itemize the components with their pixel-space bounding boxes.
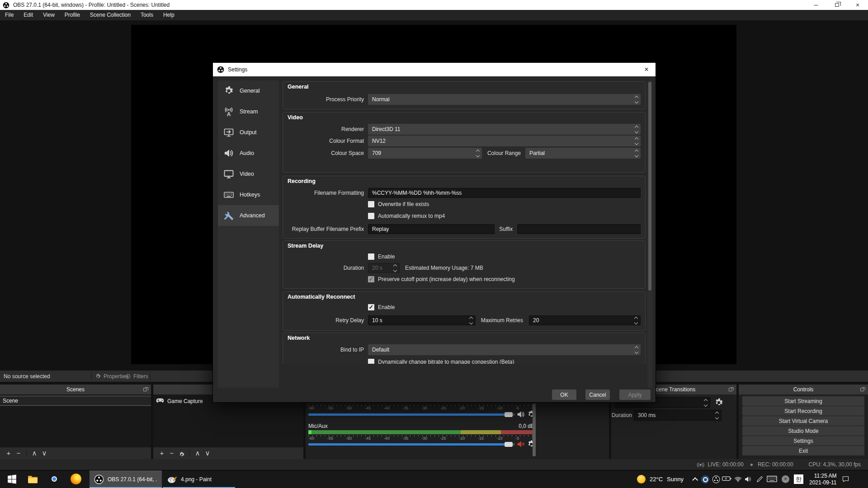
restore-button[interactable] (826, 0, 847, 10)
remux-checkbox[interactable] (368, 213, 374, 219)
menu-edit[interactable]: Edit (19, 10, 38, 20)
scene-list-item[interactable]: Scene (0, 396, 151, 406)
studio-mode-button[interactable]: Studio Mode (742, 426, 864, 436)
spinner-icon[interactable] (470, 316, 472, 325)
start-virtual-camera-button[interactable]: Start Virtual Camera (742, 416, 864, 426)
spinner-icon[interactable] (394, 263, 396, 272)
weather-widget[interactable]: 22°C Sunny (637, 470, 684, 488)
delay-enable-checkbox[interactable] (368, 253, 374, 260)
spinner-icon[interactable] (635, 344, 638, 355)
volume-icon[interactable] (744, 470, 752, 488)
gear-icon[interactable] (714, 398, 724, 408)
menu-tools[interactable]: Tools (136, 10, 158, 20)
sidebar-item-stream[interactable]: A Stream (218, 101, 279, 122)
menu-file[interactable]: File (0, 10, 19, 20)
slider-handle[interactable] (505, 412, 513, 417)
spinner-icon[interactable] (704, 398, 707, 408)
apply-button[interactable]: Apply (619, 389, 651, 400)
spinner-icon[interactable] (716, 410, 718, 420)
process-priority-select[interactable]: Normal (368, 94, 641, 105)
suffix-input[interactable] (517, 224, 641, 234)
cancel-button[interactable]: Cancel (585, 389, 610, 400)
start-streaming-button[interactable]: Start Streaming (742, 396, 864, 406)
scene-up-button[interactable]: ∧ (29, 447, 39, 459)
mixer-scrollbar[interactable] (533, 404, 536, 456)
menu-scene-collection[interactable]: Scene Collection (85, 10, 136, 20)
popout-icon[interactable] (860, 386, 866, 392)
source-up-button[interactable]: ∧ (193, 447, 203, 459)
bind-ip-select[interactable]: Default (368, 344, 641, 355)
menu-profile[interactable]: Profile (60, 10, 85, 20)
mute-icon[interactable] (516, 440, 525, 449)
sidebar-item-video[interactable]: Video (218, 164, 279, 184)
clock[interactable]: 11:25 AM 2021-09-11 (809, 470, 837, 488)
add-scene-button[interactable]: + (4, 447, 14, 459)
tray-expand-button[interactable] (692, 470, 696, 488)
dialog-close-button[interactable]: × (637, 63, 656, 76)
filters-button[interactable]: Filters (125, 371, 148, 382)
properties-button[interactable]: Properties (95, 371, 128, 382)
menu-view[interactable]: View (38, 10, 60, 20)
popout-icon[interactable] (143, 386, 149, 392)
start-button[interactable] (6, 474, 18, 485)
overwrite-checkbox[interactable] (368, 201, 374, 207)
firefox-icon[interactable] (71, 474, 81, 484)
volume-slider[interactable] (308, 413, 515, 416)
steam-tray-icon[interactable] (701, 470, 709, 488)
spinner-icon[interactable] (635, 316, 637, 325)
retry-delay-spinbox[interactable]: 10 s (368, 315, 476, 325)
colour-space-select[interactable]: 709 (368, 148, 482, 159)
source-properties-button[interactable] (177, 449, 187, 458)
spinner-icon[interactable] (635, 124, 638, 135)
slider-handle[interactable] (505, 442, 513, 447)
remove-scene-button[interactable]: − (14, 447, 24, 459)
source-down-button[interactable]: ∨ (203, 447, 212, 459)
popout-icon[interactable] (728, 386, 734, 392)
remove-source-button[interactable]: − (167, 447, 177, 459)
preserve-cutoff-checkbox[interactable] (368, 276, 374, 282)
spinner-icon[interactable] (635, 148, 638, 159)
close-button[interactable]: × (847, 0, 868, 10)
wifi-icon[interactable] (734, 470, 742, 488)
delay-duration-spinbox[interactable]: 20 s (368, 263, 400, 273)
exit-button[interactable]: Exit (742, 446, 864, 455)
obs-tray-icon[interactable] (712, 470, 720, 488)
sidebar-item-advanced[interactable]: Advanced (218, 205, 279, 226)
battery-icon[interactable] (722, 470, 731, 488)
scrollbar-thumb[interactable] (648, 82, 651, 291)
action-center-button[interactable] (842, 470, 849, 488)
duration-spinbox[interactable]: 300 ms (634, 410, 722, 421)
menu-help[interactable]: Help (158, 10, 179, 20)
spinner-icon[interactable] (635, 94, 638, 105)
dialog-scrollbar[interactable] (647, 80, 652, 388)
sidebar-item-output[interactable]: Output (218, 122, 279, 143)
ime-indicator[interactable]: 한 (794, 470, 803, 488)
reconnect-enable-checkbox[interactable] (368, 304, 374, 310)
ok-button[interactable]: OK (552, 389, 576, 400)
renderer-select[interactable]: Direct3D 11 (368, 124, 641, 135)
replay-prefix-input[interactable]: Replay (368, 224, 495, 234)
filename-formatting-input[interactable]: %CCYY-%MM-%DD %hh-%mm-%ss (368, 188, 641, 198)
colour-range-select[interactable]: Partial (525, 148, 641, 159)
taskbar-obs-window[interactable]: OBS 27.0.1 (64-bit, ... (90, 470, 162, 488)
sidebar-item-audio[interactable]: Audio (218, 143, 279, 164)
start-recording-button[interactable]: Start Recording (742, 406, 864, 416)
minimize-button[interactable] (806, 0, 826, 10)
settings-button[interactable]: Settings (742, 436, 864, 446)
mic-volume-slider[interactable] (308, 443, 515, 446)
cancel-circle-icon[interactable]: × (782, 470, 789, 488)
file-explorer-icon[interactable] (27, 474, 38, 485)
scene-down-button[interactable]: ∨ (39, 447, 49, 459)
colour-format-select[interactable]: NV12 (368, 136, 641, 146)
speaker-icon[interactable] (516, 410, 525, 419)
max-retries-spinbox[interactable]: 20 (529, 315, 641, 325)
spinner-icon[interactable] (476, 148, 479, 159)
taskbar-paint-window[interactable]: 4.png - Paint (163, 470, 235, 488)
sidebar-item-hotkeys[interactable]: Hotkeys (218, 184, 279, 205)
pen-icon[interactable] (756, 470, 764, 488)
sidebar-item-general[interactable]: General (218, 80, 279, 101)
spinner-icon[interactable] (635, 136, 638, 146)
add-source-button[interactable]: + (157, 447, 167, 459)
dyn-bitrate-checkbox[interactable] (368, 359, 374, 364)
touch-keyboard-icon[interactable] (767, 470, 777, 488)
